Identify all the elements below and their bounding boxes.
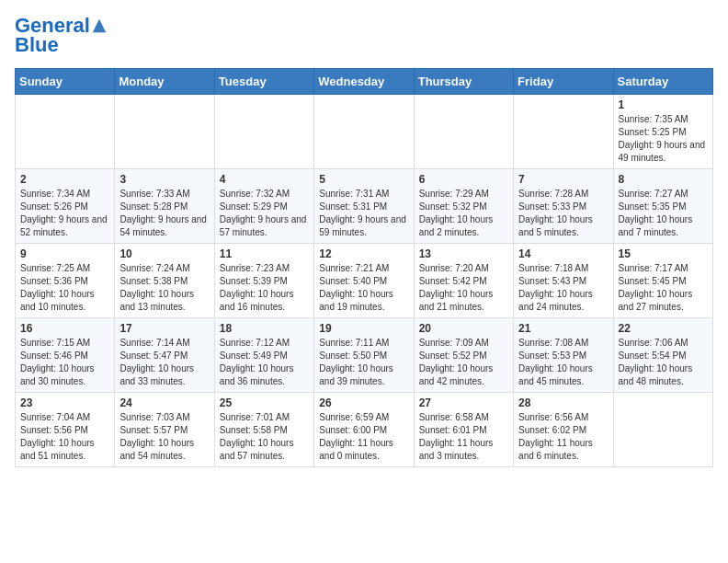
- day-number: 10: [119, 247, 209, 260]
- calendar-cell: 11Sunrise: 7:23 AM Sunset: 5:39 PM Dayli…: [214, 244, 313, 318]
- calendar-cell: 20Sunrise: 7:09 AM Sunset: 5:52 PM Dayli…: [414, 318, 513, 393]
- day-number: 15: [619, 247, 708, 260]
- calendar-cell: 25Sunrise: 7:01 AM Sunset: 5:58 PM Dayli…: [214, 393, 313, 467]
- day-number: 24: [119, 396, 209, 409]
- day-info: Sunrise: 7:23 AM Sunset: 5:39 PM Dayligh…: [220, 262, 309, 314]
- day-number: 2: [20, 173, 109, 186]
- logo-icon: [91, 17, 108, 34]
- calendar-cell: 22Sunrise: 7:06 AM Sunset: 5:54 PM Dayli…: [613, 318, 712, 393]
- calendar-week-row: 1Sunrise: 7:35 AM Sunset: 5:25 PM Daylig…: [16, 95, 713, 169]
- weekday-header: Tuesday: [214, 69, 313, 95]
- page-header: General Blue: [15, 15, 713, 57]
- day-info: Sunrise: 7:17 AM Sunset: 5:45 PM Dayligh…: [619, 262, 708, 314]
- calendar-cell: 4Sunrise: 7:32 AM Sunset: 5:29 PM Daylig…: [214, 169, 313, 244]
- calendar-week-row: 16Sunrise: 7:15 AM Sunset: 5:46 PM Dayli…: [16, 318, 713, 393]
- calendar-cell: 15Sunrise: 7:17 AM Sunset: 5:45 PM Dayli…: [613, 244, 712, 318]
- calendar-cell: 12Sunrise: 7:21 AM Sunset: 5:40 PM Dayli…: [314, 244, 414, 318]
- calendar-cell: 24Sunrise: 7:03 AM Sunset: 5:57 PM Dayli…: [115, 393, 214, 467]
- day-info: Sunrise: 7:08 AM Sunset: 5:53 PM Dayligh…: [518, 337, 608, 388]
- day-number: 23: [20, 396, 109, 409]
- calendar-cell: 3Sunrise: 7:33 AM Sunset: 5:28 PM Daylig…: [115, 169, 214, 244]
- day-info: Sunrise: 7:35 AM Sunset: 5:25 PM Dayligh…: [619, 113, 708, 165]
- day-number: 18: [220, 322, 309, 335]
- calendar-cell: 28Sunrise: 6:56 AM Sunset: 6:02 PM Dayli…: [514, 393, 613, 467]
- day-info: Sunrise: 7:24 AM Sunset: 5:38 PM Dayligh…: [119, 262, 209, 314]
- calendar-cell: 14Sunrise: 7:18 AM Sunset: 5:43 PM Dayli…: [514, 244, 613, 318]
- day-info: Sunrise: 7:18 AM Sunset: 5:43 PM Dayligh…: [518, 262, 608, 314]
- day-info: Sunrise: 7:01 AM Sunset: 5:58 PM Dayligh…: [220, 411, 309, 463]
- calendar-cell: 16Sunrise: 7:15 AM Sunset: 5:46 PM Dayli…: [16, 318, 115, 393]
- day-number: 26: [319, 396, 408, 409]
- day-number: 25: [220, 396, 309, 409]
- weekday-header: Monday: [115, 69, 214, 95]
- day-number: 5: [319, 173, 408, 186]
- day-number: 19: [319, 322, 408, 335]
- calendar-week-row: 9Sunrise: 7:25 AM Sunset: 5:36 PM Daylig…: [16, 244, 713, 318]
- day-info: Sunrise: 7:14 AM Sunset: 5:47 PM Dayligh…: [119, 337, 209, 388]
- day-info: Sunrise: 7:15 AM Sunset: 5:46 PM Dayligh…: [20, 337, 109, 388]
- day-info: Sunrise: 7:03 AM Sunset: 5:57 PM Dayligh…: [119, 411, 209, 463]
- calendar-cell: 18Sunrise: 7:12 AM Sunset: 5:49 PM Dayli…: [214, 318, 313, 393]
- day-number: 22: [619, 322, 708, 335]
- day-number: 4: [220, 173, 309, 186]
- day-info: Sunrise: 7:34 AM Sunset: 5:26 PM Dayligh…: [20, 188, 109, 239]
- weekday-header: Sunday: [16, 69, 115, 95]
- day-info: Sunrise: 7:32 AM Sunset: 5:29 PM Dayligh…: [220, 188, 309, 239]
- weekday-header: Wednesday: [314, 69, 414, 95]
- day-number: 16: [20, 322, 109, 335]
- day-info: Sunrise: 6:58 AM Sunset: 6:01 PM Dayligh…: [419, 411, 508, 463]
- calendar-cell: [115, 95, 214, 169]
- day-number: 27: [419, 396, 508, 409]
- svg-marker-0: [93, 19, 106, 32]
- calendar-cell: 26Sunrise: 6:59 AM Sunset: 6:00 PM Dayli…: [314, 393, 414, 467]
- calendar-cell: [214, 95, 313, 169]
- calendar-cell: 21Sunrise: 7:08 AM Sunset: 5:53 PM Dayli…: [514, 318, 613, 393]
- day-info: Sunrise: 7:29 AM Sunset: 5:32 PM Dayligh…: [419, 188, 508, 239]
- calendar-cell: 5Sunrise: 7:31 AM Sunset: 5:31 PM Daylig…: [314, 169, 414, 244]
- day-number: 14: [518, 247, 608, 260]
- calendar-cell: 8Sunrise: 7:27 AM Sunset: 5:35 PM Daylig…: [613, 169, 712, 244]
- day-info: Sunrise: 7:20 AM Sunset: 5:42 PM Dayligh…: [419, 262, 508, 314]
- day-info: Sunrise: 6:56 AM Sunset: 6:02 PM Dayligh…: [518, 411, 608, 463]
- weekday-header: Saturday: [613, 69, 712, 95]
- day-info: Sunrise: 7:27 AM Sunset: 5:35 PM Dayligh…: [619, 188, 708, 239]
- day-info: Sunrise: 7:11 AM Sunset: 5:50 PM Dayligh…: [319, 337, 408, 388]
- calendar-week-row: 2Sunrise: 7:34 AM Sunset: 5:26 PM Daylig…: [16, 169, 713, 244]
- calendar-cell: 7Sunrise: 7:28 AM Sunset: 5:33 PM Daylig…: [514, 169, 613, 244]
- weekday-header: Friday: [514, 69, 613, 95]
- day-number: 13: [419, 247, 508, 260]
- calendar-table: SundayMondayTuesdayWednesdayThursdayFrid…: [15, 68, 713, 467]
- day-info: Sunrise: 7:09 AM Sunset: 5:52 PM Dayligh…: [419, 337, 508, 388]
- day-info: Sunrise: 7:28 AM Sunset: 5:33 PM Dayligh…: [518, 188, 608, 239]
- calendar-cell: 23Sunrise: 7:04 AM Sunset: 5:56 PM Dayli…: [16, 393, 115, 467]
- calendar-cell: 1Sunrise: 7:35 AM Sunset: 5:25 PM Daylig…: [613, 95, 712, 169]
- day-info: Sunrise: 7:25 AM Sunset: 5:36 PM Dayligh…: [20, 262, 109, 314]
- calendar-week-row: 23Sunrise: 7:04 AM Sunset: 5:56 PM Dayli…: [16, 393, 713, 467]
- day-info: Sunrise: 6:59 AM Sunset: 6:00 PM Dayligh…: [319, 411, 408, 463]
- day-info: Sunrise: 7:33 AM Sunset: 5:28 PM Dayligh…: [119, 188, 209, 239]
- day-info: Sunrise: 7:12 AM Sunset: 5:49 PM Dayligh…: [220, 337, 309, 388]
- day-number: 12: [319, 247, 408, 260]
- calendar-cell: 19Sunrise: 7:11 AM Sunset: 5:50 PM Dayli…: [314, 318, 414, 393]
- calendar-cell: [16, 95, 115, 169]
- calendar-cell: 9Sunrise: 7:25 AM Sunset: 5:36 PM Daylig…: [16, 244, 115, 318]
- calendar-cell: [414, 95, 513, 169]
- day-number: 1: [619, 98, 708, 111]
- calendar-cell: 27Sunrise: 6:58 AM Sunset: 6:01 PM Dayli…: [414, 393, 513, 467]
- calendar-cell: 10Sunrise: 7:24 AM Sunset: 5:38 PM Dayli…: [115, 244, 214, 318]
- calendar-header-row: SundayMondayTuesdayWednesdayThursdayFrid…: [16, 69, 713, 95]
- day-number: 28: [518, 396, 608, 409]
- day-info: Sunrise: 7:06 AM Sunset: 5:54 PM Dayligh…: [619, 337, 708, 388]
- day-number: 6: [419, 173, 508, 186]
- calendar-cell: 2Sunrise: 7:34 AM Sunset: 5:26 PM Daylig…: [16, 169, 115, 244]
- day-number: 17: [119, 322, 209, 335]
- day-number: 8: [619, 173, 708, 186]
- weekday-header: Thursday: [414, 69, 513, 95]
- logo: General Blue: [15, 15, 108, 57]
- day-info: Sunrise: 7:04 AM Sunset: 5:56 PM Dayligh…: [20, 411, 109, 463]
- day-number: 21: [518, 322, 608, 335]
- calendar-cell: [514, 95, 613, 169]
- day-number: 9: [20, 247, 109, 260]
- calendar-cell: 13Sunrise: 7:20 AM Sunset: 5:42 PM Dayli…: [414, 244, 513, 318]
- calendar-cell: 17Sunrise: 7:14 AM Sunset: 5:47 PM Dayli…: [115, 318, 214, 393]
